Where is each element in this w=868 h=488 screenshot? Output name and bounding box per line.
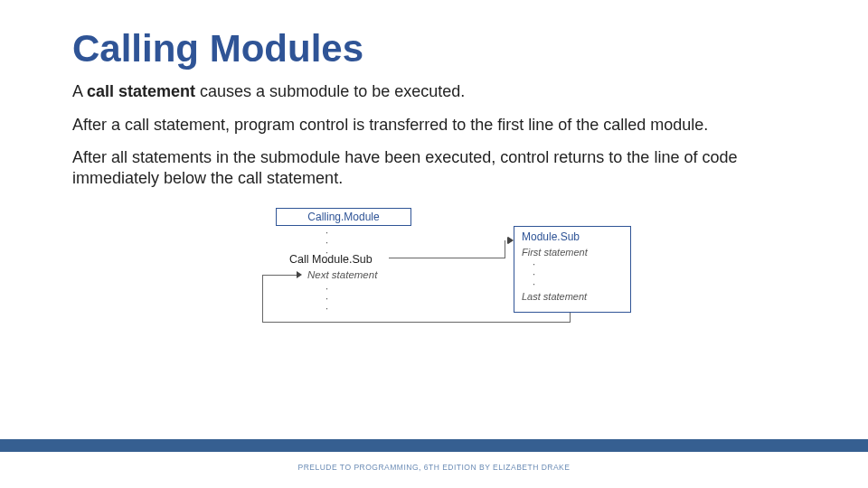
paragraph-3: After all statements in the submodule ha… (72, 147, 796, 188)
return-arrow-h2 (262, 275, 298, 276)
footer-accent-bar (0, 439, 868, 452)
slide-content: Calling Modules A call statement causes … (0, 0, 868, 332)
last-statement-text: Last statement (522, 291, 623, 302)
p1-post: causes a submodule to be executed. (195, 82, 465, 100)
sub-module-label: Module.Sub (522, 230, 623, 243)
return-arrow-h (262, 322, 571, 323)
slide-title: Calling Modules (72, 27, 796, 70)
arrow-into-sub-head (508, 237, 514, 244)
arrow-to-sub (389, 258, 505, 258)
flow-diagram: Calling.Module ··· Call Module.Sub Next … (154, 201, 714, 332)
calling-dots-2: ··· (326, 284, 328, 314)
return-arrow-head (297, 271, 302, 278)
sub-dots: ··· (533, 259, 623, 289)
return-arrow-down (570, 313, 571, 322)
p1-bold: call statement (87, 82, 195, 100)
next-statement-text: Next statement (307, 269, 377, 280)
footer-attribution: PRELUDE TO PROGRAMMING, 6TH EDITION BY E… (0, 463, 868, 472)
paragraph-2: After a call statement, program control … (72, 115, 796, 136)
p1-pre: A (72, 82, 87, 100)
return-arrow-up (262, 275, 263, 323)
calling-module-box: Calling.Module (276, 208, 411, 226)
sub-module-box: Module.Sub First statement ··· Last stat… (514, 226, 631, 313)
paragraph-1: A call statement causes a submodule to b… (72, 81, 796, 102)
first-statement-text: First statement (522, 247, 623, 258)
arrow-to-sub-v (505, 240, 505, 258)
call-statement-text: Call Module.Sub (289, 253, 373, 266)
